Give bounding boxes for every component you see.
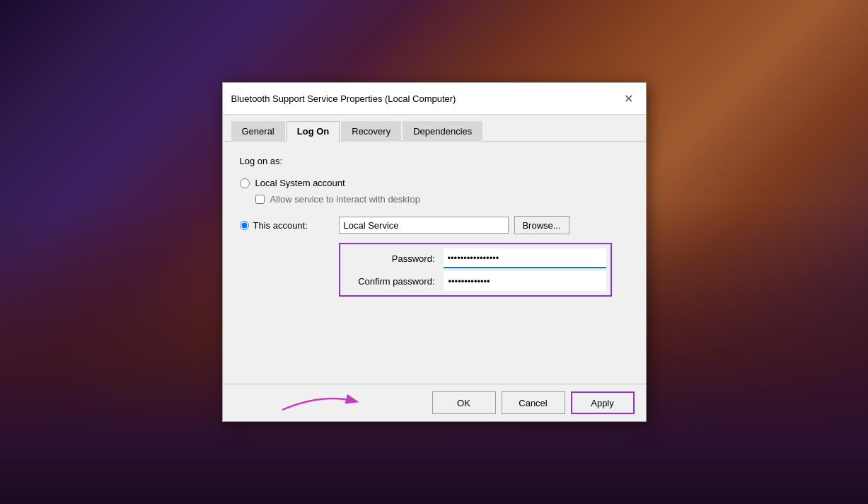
dialog-title: Bluetooth Support Service Properties (Lo…	[231, 93, 456, 104]
close-button[interactable]: ✕	[620, 90, 637, 107]
allow-interact-row: Allow service to interact with desktop	[255, 194, 629, 205]
account-input[interactable]	[339, 217, 509, 234]
tab-recovery[interactable]: Recovery	[341, 121, 401, 142]
password-section: Password: Confirm password:	[240, 243, 629, 297]
password-label: Password:	[345, 253, 444, 264]
local-system-account-row: Local System account	[240, 178, 629, 188]
confirm-password-label: Confirm password:	[345, 276, 444, 287]
dialog-titlebar: Bluetooth Support Service Properties (Lo…	[223, 83, 646, 115]
tab-bar: General Log On Recovery Dependencies	[223, 115, 646, 142]
confirm-password-input[interactable]	[444, 271, 606, 291]
logon-as-label: Log on as:	[240, 156, 629, 166]
local-system-label: Local System account	[255, 178, 345, 188]
this-account-radio[interactable]	[240, 221, 249, 230]
dialog-footer: OK Cancel Apply	[223, 384, 646, 421]
password-input[interactable]	[444, 248, 606, 268]
account-input-group: Browse...	[339, 216, 569, 234]
this-account-row: This account: Browse...	[240, 216, 629, 234]
dialog-content: Log on as: Local System account Allow se…	[223, 142, 646, 384]
tab-logon[interactable]: Log On	[287, 121, 340, 142]
browse-button[interactable]: Browse...	[514, 216, 569, 234]
allow-interact-checkbox[interactable]	[255, 195, 265, 204]
confirm-password-row: Confirm password:	[345, 271, 606, 291]
tab-general[interactable]: General	[231, 121, 285, 142]
this-account-radio-group: This account:	[240, 220, 339, 231]
this-account-label: This account:	[253, 220, 308, 231]
local-system-radio[interactable]	[240, 178, 250, 188]
dialog-overlay: Bluetooth Support Service Properties (Lo…	[0, 0, 868, 504]
allow-interact-label: Allow service to interact with desktop	[270, 194, 420, 205]
cancel-button[interactable]: Cancel	[502, 391, 565, 414]
apply-button[interactable]: Apply	[571, 391, 635, 414]
tab-dependencies[interactable]: Dependencies	[403, 121, 482, 142]
password-fields-highlight: Password: Confirm password:	[339, 243, 612, 297]
arrow-icon	[265, 387, 378, 416]
arrow-annotation	[265, 387, 378, 416]
password-row: Password:	[345, 248, 606, 268]
ok-button[interactable]: OK	[432, 391, 496, 414]
properties-dialog: Bluetooth Support Service Properties (Lo…	[222, 82, 647, 422]
